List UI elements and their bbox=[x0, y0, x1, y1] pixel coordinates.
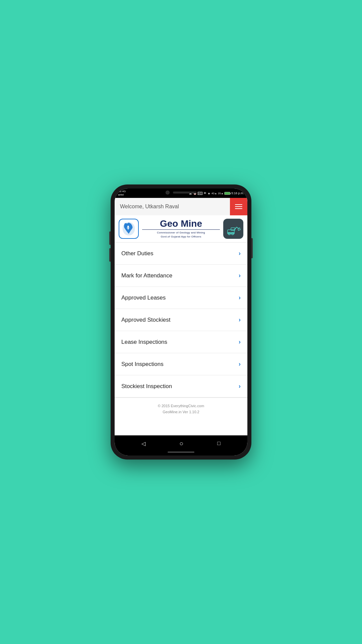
carrier-info: Jio 4G airtel bbox=[118, 190, 126, 196]
approved-leases-label: Approved Leases bbox=[121, 294, 166, 301]
approved-stockiest-label: Approved Stockiest bbox=[121, 317, 170, 323]
volume-down-button[interactable] bbox=[109, 248, 111, 262]
app-title: Geo Mine bbox=[142, 219, 220, 228]
footer-line2: GeoMine.in Ver 1.10.2 bbox=[118, 409, 244, 415]
menu-item-approved-leases[interactable]: Approved Leases › bbox=[115, 287, 247, 309]
carrier-secondary: airtel bbox=[118, 193, 126, 197]
menu-list: Other Duties › Mark for Attendance › App… bbox=[115, 243, 247, 435]
hamburger-line-1 bbox=[235, 204, 242, 205]
menu-item-mark-attendance[interactable]: Mark for Attendance › bbox=[115, 265, 247, 287]
hamburger-line-2 bbox=[235, 206, 242, 207]
back-button[interactable]: ◁ bbox=[141, 440, 145, 447]
menu-item-other-duties[interactable]: Other Duties › bbox=[115, 243, 247, 265]
recent-apps-button[interactable]: □ bbox=[217, 440, 221, 446]
time-display: 5:16 p.m. bbox=[231, 192, 244, 195]
excavator-svg bbox=[225, 220, 242, 237]
hamburger-line-3 bbox=[235, 208, 242, 209]
logo-area: Geo Mine Commissioner of Geology and Min… bbox=[115, 215, 247, 243]
carrier-primary: Jio 4G bbox=[118, 190, 126, 193]
stockiest-inspection-label: Stockiest Inspection bbox=[121, 383, 172, 390]
navigation-bar: ◁ ○ □ bbox=[115, 435, 247, 451]
battery-icon bbox=[224, 192, 230, 195]
home-bar bbox=[115, 451, 247, 455]
app-toolbar: Welcome, Utkarsh Raval bbox=[115, 198, 247, 215]
spot-inspections-label: Spot Inspections bbox=[121, 361, 164, 368]
logo-center: Geo Mine Commissioner of Geology and Min… bbox=[142, 219, 220, 238]
other-duties-label: Other Duties bbox=[121, 250, 153, 257]
spot-inspections-chevron: › bbox=[239, 361, 241, 368]
volume-up-button[interactable] bbox=[109, 231, 111, 245]
menu-item-spot-inspections[interactable]: Spot Inspections › bbox=[115, 353, 247, 375]
footer-line1: © 2015 EverythingCivic.com bbox=[118, 403, 244, 409]
power-button[interactable] bbox=[251, 238, 253, 258]
other-duties-chevron: › bbox=[239, 250, 241, 257]
mark-attendance-chevron: › bbox=[239, 272, 241, 279]
approved-leases-chevron: › bbox=[239, 294, 241, 301]
home-button[interactable]: ○ bbox=[179, 440, 183, 447]
signal-2g: 2G▲ bbox=[218, 192, 223, 195]
menu-item-stockiest-inspection[interactable]: Stockiest Inspection › bbox=[115, 375, 247, 397]
approved-stockiest-chevron: › bbox=[239, 316, 241, 323]
svg-point-2 bbox=[127, 226, 129, 227]
logo-divider bbox=[142, 229, 220, 230]
wifi-icon: ▲ bbox=[207, 192, 210, 195]
gujarat-logo-icon bbox=[119, 219, 139, 239]
welcome-text: Welcome, Utkarsh Raval bbox=[115, 204, 230, 210]
signal-4g: 4G▲ bbox=[212, 192, 217, 195]
camera bbox=[166, 191, 170, 195]
hamburger-button[interactable] bbox=[230, 198, 247, 215]
stockiest-inspection-chevron: › bbox=[239, 383, 241, 390]
logo-subtitle-2: Govt.of Gujarat App for Officers bbox=[142, 235, 220, 238]
app-footer: © 2015 EverythingCivic.com GeoMine.in Ve… bbox=[115, 397, 247, 420]
hd-badge: HD bbox=[198, 192, 202, 195]
gujarat-map-svg bbox=[120, 220, 137, 237]
menu-item-lease-inspections[interactable]: Lease Inspections › bbox=[115, 331, 247, 353]
logo-subtitle-1: Commissioner of Geology and Mining bbox=[142, 231, 220, 234]
phone-frame: Jio 4G airtel ▣ ⏰ HD 👁 ▲ 4G▲ 2G▲ 5:16 p.… bbox=[111, 184, 251, 460]
mark-attendance-label: Mark for Attendance bbox=[121, 272, 172, 279]
home-bar-line bbox=[168, 451, 194, 453]
excavator-logo-icon bbox=[223, 219, 243, 239]
phone-screen: Jio 4G airtel ▣ ⏰ HD 👁 ▲ 4G▲ 2G▲ 5:16 p.… bbox=[115, 189, 247, 455]
eye-icon: 👁 bbox=[203, 192, 206, 195]
speaker bbox=[173, 192, 196, 194]
menu-item-approved-stockiest[interactable]: Approved Stockiest › bbox=[115, 309, 247, 331]
lease-inspections-label: Lease Inspections bbox=[121, 339, 167, 345]
phone-top-bar bbox=[166, 191, 196, 195]
status-icons: ▣ ⏰ HD 👁 ▲ 4G▲ 2G▲ 5:16 p.m. bbox=[189, 192, 244, 195]
lease-inspections-chevron: › bbox=[239, 338, 241, 345]
